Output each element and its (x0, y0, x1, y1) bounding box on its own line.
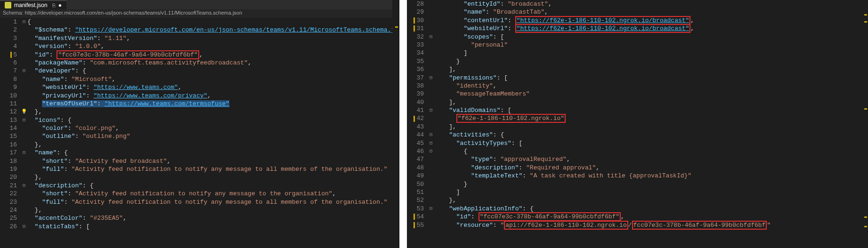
fold-column-right[interactable]: ⊟⊟⊟⊟⊟⊟⊟ (428, 0, 434, 248)
code-area-right[interactable]: 2829303132333435363738394041424344454647… (407, 0, 868, 248)
file-tab[interactable]: manifest.json ⎘ ● (0, 0, 66, 9)
schema-label: Schema: (3, 10, 23, 16)
line-gutter-right: 2829303132333435363738394041424344454647… (407, 0, 428, 248)
code-area-left[interactable]: 1234567891011121314151617181920212223242… (0, 18, 399, 248)
schema-bar[interactable]: Schema: https://developer.microsoft.com/… (0, 9, 399, 18)
code-content-left[interactable]: { "$schema": "https://developer.microsof… (27, 18, 399, 248)
scrollbar-left[interactable] (392, 0, 399, 248)
pane-divider (399, 0, 407, 248)
code-content-right[interactable]: "entityId": "broadcast", "name": "Broadc… (434, 0, 868, 248)
json-file-icon (5, 2, 11, 8)
dirty-indicator: ● (58, 2, 62, 8)
editor-pane-left: manifest.json ⎘ ● Schema: https://develo… (0, 0, 399, 248)
editor-pane-right: 2829303132333435363738394041424344454647… (407, 0, 868, 248)
pin-icon[interactable]: ⎘ (52, 2, 56, 8)
schema-url: https://developer.microsoft.com/en-us/js… (24, 10, 242, 16)
fold-column-left[interactable]: ⊟⊟💡⊟ ⊟ ⊟ ⊟ (21, 18, 27, 248)
tab-filename: manifest.json (14, 2, 48, 8)
line-gutter-left: 1234567891011121314151617181920212223242… (0, 18, 21, 248)
tab-bar: manifest.json ⎘ ● (0, 0, 399, 9)
scrollbar-right[interactable] (861, 0, 868, 248)
